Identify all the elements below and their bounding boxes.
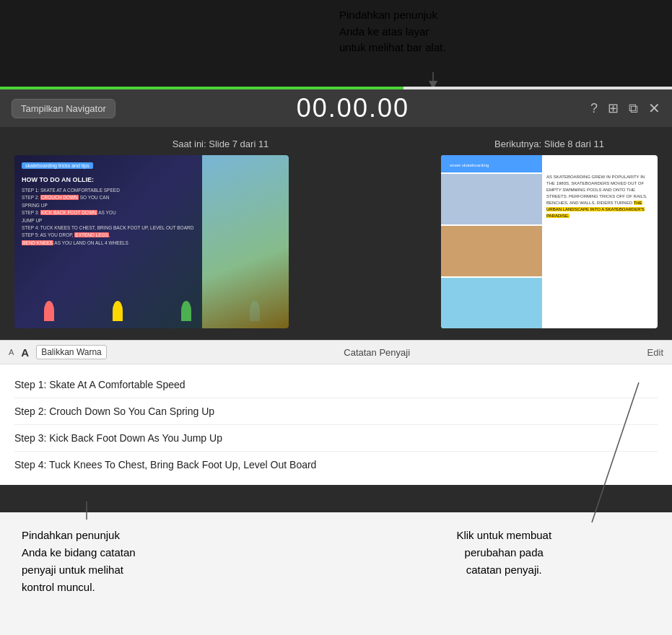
presenter-view: Tampilkan Navigator 00.00.00 ? ⊞ ⧉ ✕ Saa… — [0, 89, 672, 635]
edit-button[interactable]: Edit — [647, 347, 663, 358]
help-icon[interactable]: ? — [590, 101, 598, 116]
current-slide-label: Saat ini: Slide 7 dari 11 — [14, 139, 427, 149]
progress-bar-fill — [0, 87, 403, 89]
next-slide-label: Berikutnya: Slide 8 dari 11 — [441, 139, 658, 149]
current-slide-frame: skateboarding tricks and tips HOW TO DO … — [14, 155, 289, 328]
monitor-icon[interactable]: ⧉ — [629, 101, 638, 116]
notes-content[interactable]: Step 1: Skate At A Comfortable Speed Ste… — [0, 364, 672, 485]
tooltip-line3: untuk melihat bar alat. — [339, 41, 446, 53]
notes-title: Catatan Penyaji — [114, 347, 640, 358]
slides-area: Saat ini: Slide 7 dari 11 skateboarding … — [0, 127, 672, 340]
notes-toolbar: A A Balikkan Warna Catatan Penyaji Edit — [0, 341, 672, 364]
tooltip-line2: Anda ke atas layar — [339, 25, 429, 38]
note-step-4: Step 4: Tuck Knees To Chest, Bring Back … — [14, 452, 658, 478]
note-step-1: Step 1: Skate At A Comfortable Speed — [14, 372, 658, 398]
photo-block-2 — [441, 226, 542, 276]
current-slide-tag: skateboarding tricks and tips — [22, 162, 93, 169]
timer-display: 00.00.00 — [297, 93, 409, 123]
next-slide-tag-area: street skateboarding — [441, 155, 542, 172]
color-button[interactable]: Balikkan Warna — [36, 345, 107, 359]
close-icon[interactable]: ✕ — [648, 100, 660, 117]
skater-background — [202, 155, 289, 328]
tooltip-line1: Pindahkan penunjuk — [339, 9, 437, 21]
current-slide-section: Saat ini: Slide 7 dari 11 skateboarding … — [14, 139, 427, 328]
header-bar: Tampilkan Navigator 00.00.00 ? ⊞ ⧉ ✕ — [0, 89, 672, 127]
notes-area: A A Balikkan Warna Catatan Penyaji Edit … — [0, 340, 672, 485]
nav-button[interactable]: Tampilkan Navigator — [12, 99, 115, 118]
photo-block-3 — [441, 278, 542, 328]
next-slide-content: street skateboarding AS SKATEBOARDING GR… — [441, 155, 658, 328]
note-step-2: Step 2: Crouch Down So You Can Spring Up — [14, 398, 658, 425]
next-slide-section: Berikutnya: Slide 8 dari 11 street skate… — [441, 139, 658, 328]
photo-block-1 — [441, 174, 542, 224]
font-small-button[interactable]: A — [9, 348, 14, 356]
top-tooltip: Pindahkan penunjuk Anda ke atas layar un… — [339, 7, 446, 56]
grid-icon[interactable]: ⊞ — [608, 100, 619, 116]
next-slide-left: street skateboarding — [441, 155, 542, 328]
note-step-3: Step 3: Kick Back Foot Down As You Jump … — [14, 425, 658, 452]
next-slide-tag: street skateboarding — [447, 162, 492, 168]
next-slide-frame: street skateboarding AS SKATEBOARDING GR… — [441, 155, 658, 328]
font-large-button[interactable]: A — [21, 346, 29, 359]
current-slide-content: skateboarding tricks and tips HOW TO DO … — [14, 155, 289, 328]
header-icons: ? ⊞ ⧉ ✕ — [590, 100, 660, 117]
progress-bar — [0, 87, 672, 89]
next-slide-body: AS SKATEBOARDING GREW IN POPULARITY IN T… — [542, 155, 658, 328]
